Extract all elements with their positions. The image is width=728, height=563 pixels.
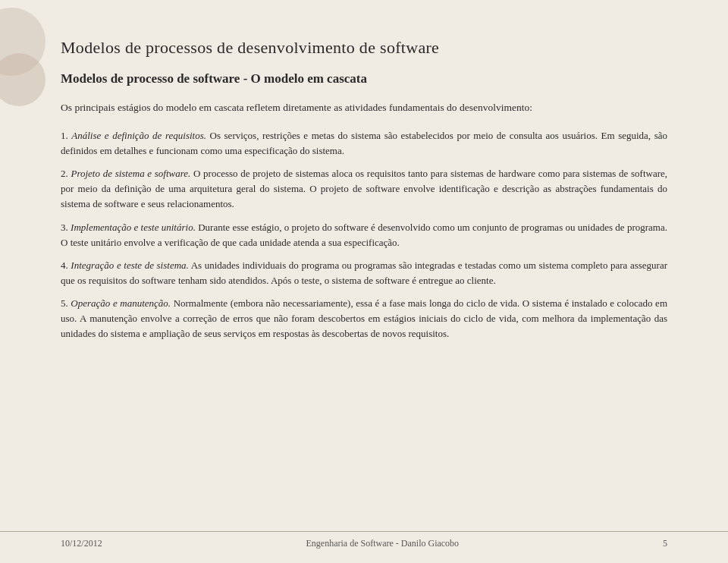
section-4: 4. Integração e teste de sistema. As uni… [61, 258, 667, 288]
section-2-text: 2. Projeto de sistema e software. O proc… [61, 166, 667, 212]
main-title: Modelos de processos de desenvolvimento … [61, 38, 667, 58]
intro-text: Os principais estágios do modelo em casc… [61, 100, 667, 116]
section-5-number: 5. [61, 297, 68, 309]
sub-title: Modelos de processo de software - O mode… [61, 71, 667, 86]
footer: 10/12/2012 Engenharia de Software - Dani… [0, 531, 728, 549]
section-2-label: Projeto de sistema e software. [71, 168, 190, 179]
decorative-circles [0, 0, 61, 121]
footer-course-title: Engenharia de Software - Danilo Giacobo [306, 538, 460, 549]
slide-container: Modelos de processos de desenvolvimento … [0, 0, 728, 563]
section-2: 2. Projeto de sistema e software. O proc… [61, 166, 667, 212]
section-3: 3. Implementação e teste unitário. Duran… [61, 220, 667, 250]
section-1-text: 1. Análise e definição de requisitos. Os… [61, 128, 667, 159]
section-2-number: 2. [61, 168, 68, 179]
section-4-text: 4. Integração e teste de sistema. As uni… [61, 258, 667, 288]
section-5-text: 5. Operação e manutenção. Normalmente (e… [61, 296, 667, 341]
content-area: Modelos de processos de desenvolvimento … [61, 38, 667, 342]
section-1: 1. Análise e definição de requisitos. Os… [61, 128, 667, 159]
section-5: 5. Operação e manutenção. Normalmente (e… [61, 296, 667, 341]
section-5-label: Operação e manutenção. [71, 297, 171, 309]
section-3-label: Implementação e teste unitário. [71, 222, 196, 233]
section-1-label: Análise e definição de requisitos. [71, 130, 206, 141]
section-1-number: 1. [61, 130, 68, 141]
section-4-number: 4. [61, 259, 68, 271]
section-3-text: 3. Implementação e teste unitário. Duran… [61, 220, 667, 250]
footer-date: 10/12/2012 [61, 538, 102, 549]
footer-page-number: 5 [663, 538, 667, 549]
section-3-number: 3. [61, 222, 68, 233]
section-4-label: Integração e teste de sistema. [71, 259, 188, 271]
